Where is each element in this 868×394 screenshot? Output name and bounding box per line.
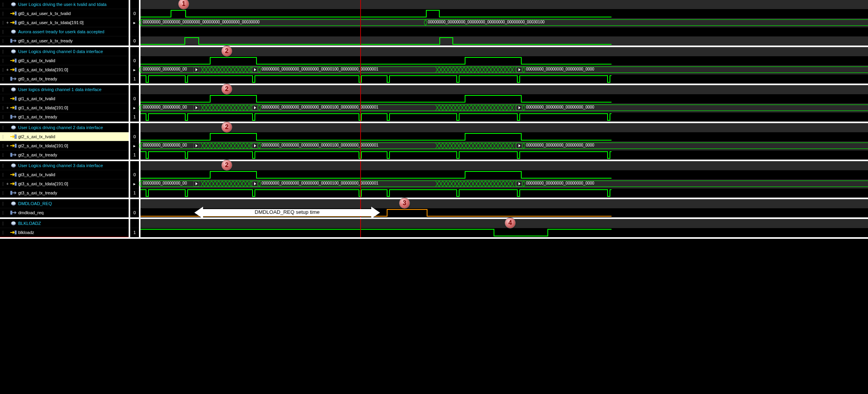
annotation-bubble: 2: [221, 46, 232, 57]
waveform-row[interactable]: [141, 0, 868, 9]
signal-label: gt0_s_axi_user_k_tx_tdata[191:0]: [18, 20, 84, 25]
waveform-row[interactable]: [141, 112, 868, 122]
signal-group: User Logics driving channel 3 data inter…: [0, 161, 868, 199]
waveform-row[interactable]: [141, 219, 868, 228]
time-cursor[interactable]: [360, 161, 361, 198]
svg-point-28: [11, 202, 15, 205]
signal-group: User Logics driving channel 2 data inter…: [0, 123, 868, 161]
time-cursor[interactable]: [360, 123, 361, 160]
waveform-row[interactable]: 00000000_00000000_0000000000_00000000_00…: [141, 179, 868, 188]
signal-in-icon: [10, 181, 17, 187]
signal-out-icon: [10, 38, 17, 44]
sig-dmdload-req[interactable]: dmdload_req: [0, 208, 129, 217]
signal-label: gt1_s_axi_tx_tvalid: [18, 96, 55, 101]
sig-gt0-tvalid[interactable]: gt0_s_axi_tx_tvalid: [0, 56, 129, 65]
sig-gt1-tready[interactable]: gt1_s_axi_tx_tready: [0, 112, 129, 122]
sig-gt2-tdata[interactable]: +gt2_s_axi_tx_tdata[191:0]: [0, 141, 129, 150]
waveform-row[interactable]: [141, 94, 868, 103]
signal-in-icon: [10, 105, 17, 110]
svg-rect-26: [10, 191, 12, 195]
sig-gt3-tdata[interactable]: +gt3_s_axi_tx_tdata[191:0]: [0, 179, 129, 188]
signal-label: DMDLOAD_REQ: [18, 201, 52, 206]
sig-gt0-tready[interactable]: gt0_s_axi_tx_tready: [0, 74, 129, 84]
signal-value: 1: [130, 228, 139, 237]
signal-value: [130, 47, 139, 56]
signal-label: gt1_s_axi_tx_tdata[191:0]: [18, 105, 68, 110]
waveform-row[interactable]: 00000000_00000000_0000000000_00000000_00…: [141, 65, 868, 74]
waveform-row[interactable]: [141, 188, 868, 198]
signal-in-icon: [10, 67, 17, 72]
note-icon: [10, 29, 17, 34]
divider-ch3[interactable]: User Logics driving channel 3 data inter…: [0, 161, 129, 170]
signal-group: User Logics driving the user-k tvalid an…: [0, 0, 868, 47]
waveform-row[interactable]: [141, 123, 868, 132]
signal-label: gt3_s_axi_tx_tready: [18, 190, 57, 195]
divider-ch1[interactable]: User logics driving channel 1 data inter…: [0, 85, 129, 94]
sig-gt1-tdata[interactable]: +gt1_s_axi_tx_tdata[191:0]: [0, 103, 129, 112]
signal-value: 0: [130, 36, 139, 46]
note-icon: [10, 2, 17, 7]
divider-userk[interactable]: User Logics driving the user-k tvalid an…: [0, 0, 129, 9]
signal-out-icon: [10, 190, 17, 196]
signal-value: [130, 0, 139, 9]
svg-rect-32: [15, 230, 17, 234]
waveform-row[interactable]: [141, 56, 868, 65]
waveform-row[interactable]: [141, 132, 868, 141]
signal-in-icon: [10, 230, 17, 235]
waveform-row[interactable]: [141, 150, 868, 160]
signal-label: User Logics driving the user-k tvalid an…: [18, 2, 106, 7]
signal-value: [130, 199, 139, 208]
sig-gt0-tdata[interactable]: +gt0_s_axi_tx_tdata[191:0]: [0, 65, 129, 74]
sig-gt3-tready[interactable]: gt3_s_axi_tx_tready: [0, 188, 129, 198]
divider-ch2[interactable]: User Logics driving channel 2 data inter…: [0, 123, 129, 132]
divider-userk-tready[interactable]: Aurora assert tready for userk data acce…: [0, 27, 129, 36]
signal-value: [130, 161, 139, 170]
sig-gt2-tready[interactable]: gt2_s_axi_tx_tready: [0, 150, 129, 160]
waveform-row[interactable]: [141, 27, 868, 36]
waveform-row[interactable]: [141, 85, 868, 94]
svg-rect-10: [15, 68, 17, 72]
waveform-row[interactable]: [141, 36, 868, 46]
signal-in-icon: [10, 134, 17, 139]
svg-point-8: [11, 50, 15, 53]
svg-rect-9: [15, 59, 17, 63]
signal-label: User Logics driving channel 0 data inter…: [18, 49, 103, 54]
waveform-row[interactable]: 00000000_00000000_0000000000_00000000_00…: [141, 103, 868, 112]
signal-value: 0: [130, 9, 139, 18]
divider-blkloadz[interactable]: BLKLOADZ: [0, 219, 129, 228]
svg-rect-15: [15, 106, 17, 110]
signal-out-icon: [10, 152, 17, 158]
signal-in-icon: [10, 172, 17, 177]
signal-value: 1: [130, 112, 139, 122]
time-cursor[interactable]: [360, 219, 361, 237]
waveform-row[interactable]: [141, 228, 868, 237]
waveform-row[interactable]: [141, 74, 868, 84]
waveform-row[interactable]: 00000000_00000000_00000000_00000000_0000…: [141, 18, 868, 27]
svg-point-5: [11, 30, 15, 33]
signal-value: ▸: [130, 18, 139, 27]
annotation-bubble: 2: [221, 84, 232, 95]
waveform-row[interactable]: [141, 199, 868, 208]
divider-ch0[interactable]: User Logics driving channel 0 data inter…: [0, 47, 129, 56]
time-cursor[interactable]: [360, 85, 361, 122]
time-cursor[interactable]: [360, 0, 361, 46]
signal-label: dmdload_req: [18, 210, 44, 215]
signal-group: BLKLOADZblkloadz14: [0, 219, 868, 239]
sig-gt0-userk-tdata[interactable]: +gt0_s_axi_user_k_tx_tdata[191:0]: [0, 18, 129, 27]
sig-gt1-tvalid[interactable]: gt1_s_axi_tx_tvalid: [0, 94, 129, 103]
note-icon: [10, 87, 17, 92]
waveform-row[interactable]: [141, 170, 868, 179]
divider-dmdload[interactable]: DMDLOAD_REQ: [0, 199, 129, 208]
time-cursor[interactable]: [360, 47, 361, 84]
sig-gt3-tvalid[interactable]: gt3_s_axi_tx_tvalid: [0, 170, 129, 179]
sig-gt0-userk-tready[interactable]: gt0_s_axi_user_k_tx_tready: [0, 36, 129, 46]
signal-in-icon: [10, 11, 17, 16]
sig-gt2-tvalid[interactable]: gt2_s_axi_tx_tvalid: [0, 132, 129, 141]
sig-gt0-userk-tvalid[interactable]: gt0_s_axi_user_k_tx_tvalid: [0, 9, 129, 18]
sig-blkloadz[interactable]: blkloadz: [0, 228, 129, 237]
svg-rect-16: [10, 115, 12, 119]
waveform-row[interactable]: [141, 47, 868, 56]
waveform-row[interactable]: [141, 9, 868, 18]
waveform-row[interactable]: 00000000_00000000_0000000000_00000000_00…: [141, 141, 868, 150]
waveform-row[interactable]: [141, 161, 868, 170]
